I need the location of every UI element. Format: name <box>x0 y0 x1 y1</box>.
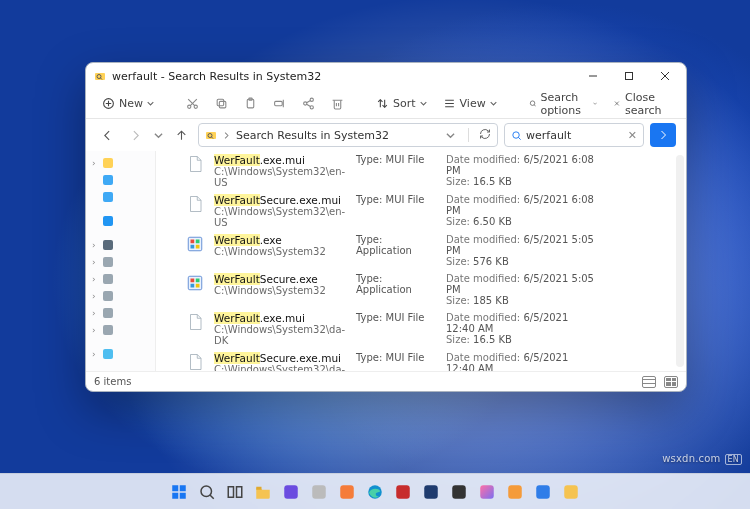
navbar: Search Results in System32 werfault ✕ <box>86 119 686 151</box>
navpane-item[interactable]: › <box>88 288 153 304</box>
view-tiles-button[interactable] <box>664 376 678 388</box>
copy-icon <box>215 97 228 110</box>
taskbar-item-app-redwhite[interactable] <box>392 481 414 503</box>
file-explorer-window: werfault - Search Results in System32 Ne… <box>85 62 687 392</box>
file-size: Size: 576 KB <box>446 256 596 267</box>
paste-icon <box>244 97 257 110</box>
file-type: Type: MUI File <box>356 154 436 165</box>
file-path: C:\Windows\System32\en-US <box>214 206 346 228</box>
file-path: C:\Windows\System32 <box>214 246 346 257</box>
paste-button[interactable] <box>238 92 263 116</box>
addressbar-dropdown[interactable] <box>443 131 458 140</box>
navpane-item[interactable]: › <box>88 346 153 362</box>
minimize-button[interactable] <box>575 63 611 89</box>
close-search-button[interactable]: Close search <box>607 92 673 116</box>
taskbar-item-start[interactable] <box>168 481 190 503</box>
view-details-button[interactable] <box>642 376 656 388</box>
navpane-item[interactable]: › <box>88 322 153 338</box>
back-button[interactable] <box>96 124 118 146</box>
address-bar[interactable]: Search Results in System32 <box>198 123 498 147</box>
cut-button[interactable] <box>180 92 205 116</box>
file-path: C:\Windows\System32\da-DK <box>214 324 346 346</box>
folder-icon <box>103 291 113 301</box>
share-button[interactable] <box>296 92 321 116</box>
result-row[interactable]: WerFaultSecure.exe.muiC:\Windows\System3… <box>156 349 686 371</box>
folder-icon <box>103 257 113 267</box>
result-row[interactable]: WerFault.exe.muiC:\Windows\System32\da-D… <box>156 309 686 349</box>
search-input[interactable]: werfault ✕ <box>504 123 644 147</box>
result-row[interactable]: WerFault.exe.muiC:\Windows\System32\en-U… <box>156 151 686 191</box>
recent-locations-button[interactable] <box>152 124 164 146</box>
svg-rect-18 <box>275 101 283 105</box>
svg-line-44 <box>518 137 520 139</box>
sort-label: Sort <box>393 97 416 110</box>
maximize-button[interactable] <box>611 63 647 89</box>
taskbar-item-app-blue[interactable] <box>532 481 554 503</box>
taskbar-item-app-gradient[interactable] <box>476 481 498 503</box>
taskbar-item-app-dark[interactable] <box>448 481 470 503</box>
file-name: WerFaultSecure.exe <box>214 273 346 285</box>
view-button[interactable]: View <box>437 92 503 116</box>
refresh-button[interactable] <box>479 128 491 143</box>
navpane-item[interactable]: › <box>88 305 153 321</box>
taskbar[interactable] <box>0 473 750 509</box>
mui-file-icon <box>186 155 204 173</box>
navpane-item[interactable]: › <box>88 254 153 270</box>
navpane-item[interactable] <box>88 189 153 205</box>
result-row[interactable]: WerFaultSecure.exeC:\Windows\System32Typ… <box>156 270 686 309</box>
rename-button[interactable] <box>267 92 292 116</box>
navpane-item[interactable]: › <box>88 155 153 171</box>
navpane-item[interactable]: › <box>88 237 153 253</box>
window-controls <box>575 63 683 89</box>
nav-pane[interactable]: ›››››››› <box>86 151 156 371</box>
taskbar-item-app-orange[interactable] <box>336 481 358 503</box>
folder-icon <box>103 274 113 284</box>
taskbar-item-app-folder[interactable] <box>560 481 582 503</box>
navpane-item[interactable] <box>88 213 153 229</box>
new-label: New <box>119 97 143 110</box>
taskbar-item-search[interactable] <box>196 481 218 503</box>
taskbar-item-edge[interactable] <box>364 481 386 503</box>
chevron-right-icon: › <box>92 308 100 318</box>
taskbar-item-app-white[interactable] <box>308 481 330 503</box>
search-go-button[interactable] <box>650 123 676 147</box>
results-list[interactable]: WerFault.exe.muiC:\Windows\System32\en-U… <box>156 151 686 371</box>
watermark: wsxdn.comEN <box>662 453 742 465</box>
forward-button[interactable] <box>124 124 146 146</box>
file-name: WerFault.exe <box>214 234 346 246</box>
breadcrumb[interactable]: Search Results in System32 <box>236 129 389 142</box>
file-type: Type: MUI File <box>356 312 436 323</box>
scrollbar-vertical[interactable] <box>676 155 684 367</box>
svg-point-21 <box>304 102 307 105</box>
file-path: C:\Windows\System32\da-DK <box>214 364 346 371</box>
search-options-button[interactable]: Search options <box>523 92 604 116</box>
up-button[interactable] <box>170 124 192 146</box>
chevron-right-icon <box>223 132 230 139</box>
svg-line-60 <box>210 495 214 499</box>
svg-rect-62 <box>237 486 242 497</box>
svg-rect-45 <box>188 237 202 251</box>
search-query-text: werfault <box>526 129 571 142</box>
copy-button[interactable] <box>209 92 234 116</box>
new-button[interactable]: New <box>96 92 160 116</box>
clear-search-button[interactable]: ✕ <box>628 129 637 142</box>
taskbar-item-task-view[interactable] <box>224 481 246 503</box>
result-row[interactable]: WerFaultSecure.exe.muiC:\Windows\System3… <box>156 191 686 231</box>
sort-button[interactable]: Sort <box>370 92 433 116</box>
exe-file-icon <box>186 235 204 253</box>
mui-file-icon <box>186 353 204 371</box>
close-button[interactable] <box>647 63 683 89</box>
titlebar[interactable]: werfault - Search Results in System32 <box>86 63 686 89</box>
svg-rect-70 <box>452 485 466 499</box>
taskbar-item-app-darkblue[interactable] <box>420 481 442 503</box>
navpane-item[interactable]: › <box>88 271 153 287</box>
result-row[interactable]: WerFault.exeC:\Windows\System32Type: App… <box>156 231 686 270</box>
taskbar-item-app-purple[interactable] <box>280 481 302 503</box>
taskbar-item-app-flame[interactable] <box>504 481 526 503</box>
delete-button[interactable] <box>325 92 350 116</box>
search-options-icon <box>529 97 537 110</box>
taskbar-item-explorer[interactable] <box>252 481 274 503</box>
svg-point-59 <box>201 486 212 497</box>
navpane-item[interactable] <box>88 172 153 188</box>
folder-icon <box>103 349 113 359</box>
